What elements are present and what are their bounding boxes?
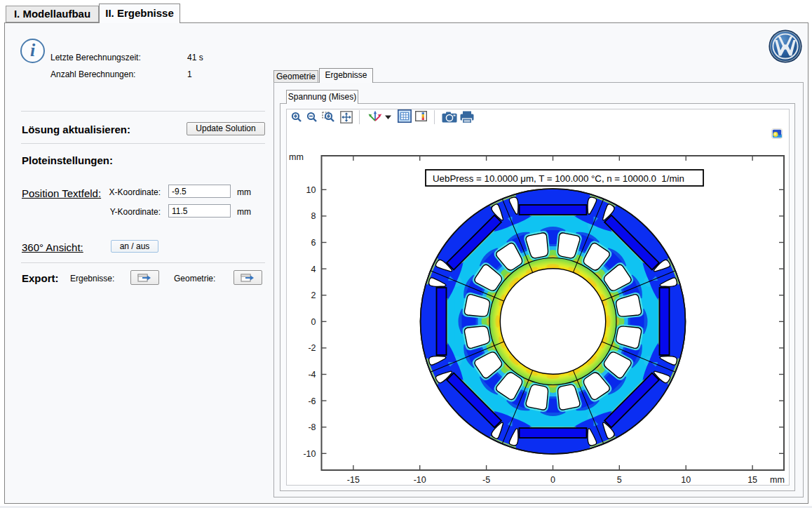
svg-text:10: 10 [306,185,316,195]
svg-text:8: 8 [311,211,316,221]
svg-text:4: 4 [311,265,316,274]
svg-text:-5: -5 [482,475,490,485]
svg-text:-4: -4 [308,370,316,380]
svg-text:0: 0 [311,317,316,327]
svg-text:-15: -15 [347,475,360,485]
svg-text:-2: -2 [308,343,316,353]
svg-text:-10: -10 [414,475,426,485]
svg-text:mm: mm [289,152,304,162]
svg-text:-10: -10 [303,449,316,459]
svg-text:-6: -6 [308,396,316,406]
svg-text:2: 2 [311,290,316,300]
svg-text:15: 15 [747,475,757,485]
svg-text:UebPress = 10.0000 μm, T = 100: UebPress = 10.0000 μm, T = 100.000 °C, n… [433,173,684,184]
svg-text:0: 0 [550,475,555,485]
svg-text:5: 5 [617,475,622,485]
svg-text:6: 6 [311,238,316,248]
svg-text:10: 10 [681,475,691,485]
svg-text:mm: mm [770,475,785,485]
svg-text:-8: -8 [308,422,316,432]
